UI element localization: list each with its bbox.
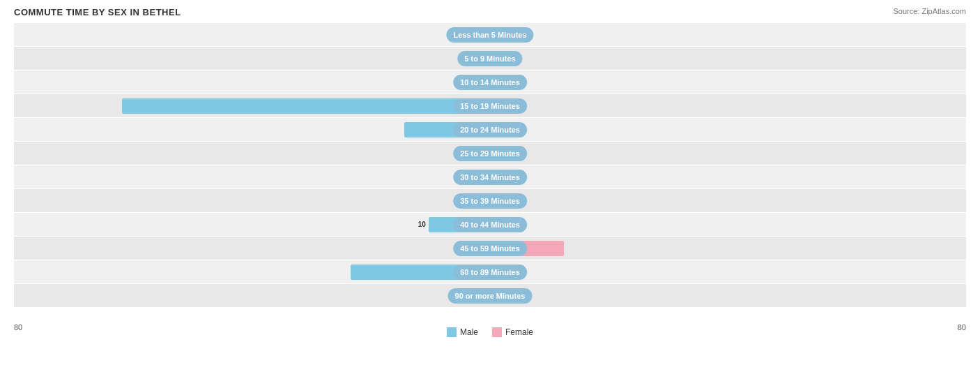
bar-female-zero: 0 [494,126,498,133]
bar-female-value-inside: 12 [494,244,502,252]
legend-male: Male [447,327,478,337]
axis-right: 80 [958,323,966,337]
bar-male-zero: 0 [482,292,486,299]
bar-male-value-inside: 14 [478,126,486,133]
bar-male-value-inside: 23 [478,268,486,276]
bar-female-zero: 0 [494,268,498,276]
chart-row: 025 to 29 Minutes0 [14,142,966,165]
bar-male-zero: 0 [482,244,486,252]
legend-male-box [447,327,457,337]
bar-male-value-inside: 61 [478,102,486,110]
axis-row: 80 Male Female 80 [14,323,966,337]
bar-male-zero: 0 [482,197,486,204]
axis-left: 80 [14,323,22,337]
bar-male-zero: 0 [482,78,486,86]
bar-female-zero: 0 [494,197,498,204]
chart-row: 1420 to 24 Minutes0 [14,118,966,141]
legend-female-box [492,327,502,337]
bar-female-zero: 0 [494,78,498,86]
bar-male: 61 [122,98,489,114]
chart-row: 090 or more Minutes0 [14,284,966,307]
chart-row: 045 to 59 Minutes12 [14,237,966,260]
chart-row: 0Less than 5 Minutes0 [14,23,966,46]
bar-male-zero: 0 [482,173,486,181]
chart-area: 0Less than 5 Minutes005 to 9 Minutes0010… [14,23,966,322]
chart-row: 010 to 14 Minutes0 [14,70,966,94]
bar-female-zero: 0 [494,54,498,62]
source-text: Source: ZipAtlas.com [893,7,966,15]
legend-female-label: Female [505,327,533,337]
bar-female-zero: 0 [494,149,498,157]
chart-row: 030 to 34 Minutes0 [14,165,966,188]
bar-female-zero: 0 [494,31,498,38]
bar-male-zero: 0 [482,31,486,38]
legend-female: Female [492,327,533,337]
chart-row: 035 to 39 Minutes0 [14,189,966,212]
chart-container: COMMUTE TIME BY SEX IN BETHEL Source: Zi… [0,0,980,365]
bar-male-value: 10 [418,221,426,228]
chart-row: 1040 to 44 Minutes0 [14,213,966,236]
chart-row: 05 to 9 Minutes0 [14,47,966,70]
bar-female-zero: 0 [494,102,498,110]
chart-row: 6115 to 19 Minutes0 [14,94,966,117]
bar-male: 23 [351,265,489,280]
bar-male: 14 [404,122,489,137]
legend: Male Female [447,327,533,337]
bar-male [429,217,489,232]
chart-title: COMMUTE TIME BY SEX IN BETHEL [14,7,966,17]
legend-male-label: Male [460,327,478,337]
bar-female: 12 [491,241,564,256]
bar-male-zero: 0 [482,54,486,62]
bar-female-zero: 0 [494,173,498,181]
bar-male-zero: 0 [482,149,486,157]
bar-female-zero: 0 [494,221,498,228]
chart-row: 2360 to 89 Minutes0 [14,260,966,283]
bar-female-zero: 0 [494,292,498,299]
